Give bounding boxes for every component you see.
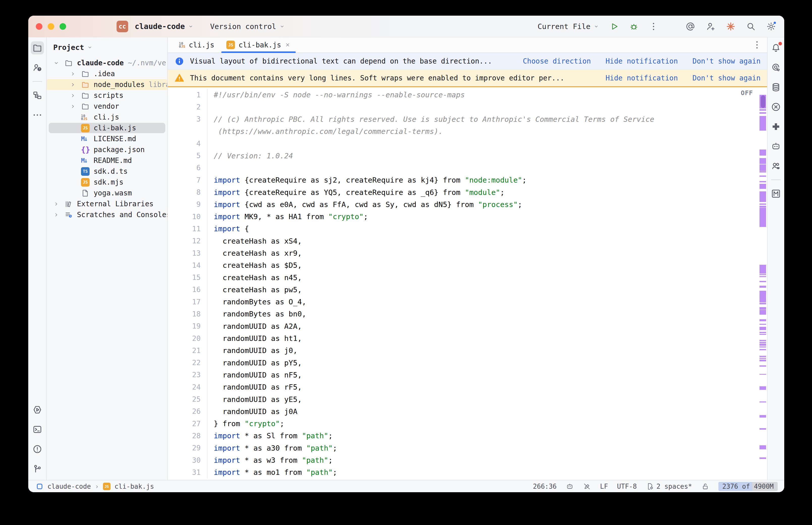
breadcrumb-file[interactable]: cli-bak.js [115,483,154,490]
ai-chat-tool-button[interactable] [769,61,782,74]
tree-item-cli-js[interactable]: 100JScli.js [47,112,167,122]
close-tab-icon[interactable] [285,42,291,48]
tree-item-cli-bak-js[interactable]: JScli-bak.js [47,122,167,133]
notifications-button[interactable] [769,41,782,55]
tree-item-scripts[interactable]: scripts [47,90,167,101]
tree-item-claude-code[interactable]: claude-code~/.nvm/vers [47,58,167,68]
chevron-right-icon[interactable] [70,81,81,89]
database-tool-button[interactable] [769,81,782,94]
search-everywhere-button[interactable] [745,21,756,32]
banner-link-choose-direction[interactable]: Choose direction [523,57,591,65]
tree-item-vendor[interactable]: vendor [47,101,167,112]
copilot-tool-button[interactable] [769,140,782,153]
banner-link-hide-notification[interactable]: Hide notification [606,57,678,65]
tree-item-license-md[interactable]: M↓LICENSE.md [47,133,167,144]
project-panel-header[interactable]: Project [47,41,167,54]
x-tool-button[interactable] [769,100,782,114]
tree-item-sdk-mjs[interactable]: JSsdk.mjs [47,177,167,188]
file-encoding-widget[interactable]: UTF-8 [617,483,637,490]
line-number: 29 [168,444,201,452]
tree-item--idea[interactable]: .idea [47,68,167,79]
tab-cli-bak-js[interactable]: JScli-bak.js [220,37,297,52]
code-with-me-button[interactable] [705,21,716,32]
memory-indicator-widget[interactable]: 2376 of 4900M [718,482,778,491]
problems-tool-button[interactable] [31,442,44,456]
tab-cli-js[interactable]: 100JScli.js [173,37,220,52]
m-tool-button[interactable] [769,187,782,200]
ai-assistant-button[interactable] [685,21,696,32]
terminal-tool-button[interactable] [31,423,44,436]
folder-icon [81,102,90,111]
chevron-down-icon[interactable] [53,59,64,67]
tree-item-scratches-and-consoles[interactable]: Scratches and Consoles [47,209,167,220]
code-line-text: import {createRequire as sj2, createRequ… [207,174,755,186]
caret-position-widget[interactable]: 266:36 [533,483,557,490]
tree-item-sdk-d-ts[interactable]: TSsdk.d.ts [47,166,167,177]
run-configuration-widget[interactable]: Current File [537,22,599,31]
code-line: 8import {createRequire as YQ5, createReq… [168,186,755,198]
zoom-window-button[interactable] [60,23,66,30]
code-line-text: randomBytes as bn0, [207,308,755,320]
scratches-icon [64,211,73,219]
more-tool-windows-button[interactable] [31,108,44,122]
editor[interactable]: 1#!/usr/bin/env -S node --no-warnings --… [168,87,767,480]
inspections-widget[interactable]: OFF [741,89,753,96]
chevron-right-icon[interactable] [53,200,64,208]
editor-content[interactable]: 1#!/usr/bin/env -S node --no-warnings --… [168,89,755,480]
scrollbar-thumb[interactable] [761,95,765,108]
analysis-stripe-mark [759,428,766,430]
structure-tool-button[interactable] [31,89,44,102]
code-line-text: import * as Sl from "path"; [207,430,755,442]
tree-item-package-json[interactable]: {}package.json [47,144,167,155]
line-number: 9 [168,200,201,209]
editor-scrollbar[interactable] [759,87,767,480]
tree-item-external-libraries[interactable]: External Libraries [47,198,167,209]
breadcrumb-project[interactable]: claude-code [47,483,91,490]
ai-robot-widget[interactable] [566,482,574,491]
settings-button[interactable] [766,21,777,32]
title-bar: cc claude-code Version control Current F… [28,16,784,37]
highlighting-off-widget[interactable] [583,482,591,491]
project-widget[interactable]: claude-code [135,22,185,31]
pen-crossed-icon [583,482,591,491]
tree-item-node-modules[interactable]: node_moduleslibrary [47,79,167,90]
analysis-stripe-mark [759,204,766,205]
line-separator-widget[interactable]: LF [600,483,608,490]
run-button[interactable] [609,21,620,32]
debug-button[interactable] [628,21,639,32]
chevron-right-icon[interactable] [70,70,81,78]
project-tool-button[interactable] [31,41,44,55]
analysis-stripe-mark [759,324,766,325]
banner-link-don-t-show-again[interactable]: Don't show again [692,74,761,82]
tab-options-button[interactable] [751,39,763,50]
file-lock-widget[interactable] [701,482,709,491]
version-control-tool-button[interactable] [31,462,44,475]
tree-indent [70,114,81,121]
tree-item-suffix: ~/.nvm/vers [128,59,167,67]
folder-icon [32,43,43,53]
chevron-right-icon[interactable] [70,92,81,99]
chevron-right-icon[interactable] [53,211,64,219]
services-tool-button[interactable] [31,403,44,416]
status-bar-widgets: 266:36LFUTF-82 spaces*2376 of 4900M [533,482,778,491]
plugins-tool-button[interactable] [769,120,782,133]
close-window-button[interactable] [36,23,42,30]
analysis-stripe-mark [759,332,766,333]
analysis-stripe-mark [759,334,766,335]
analysis-stripe-mark [759,346,766,347]
code-with-me-chat-button[interactable] [769,159,782,172]
claude-button[interactable] [725,21,736,32]
indent-style-widget[interactable]: 2 spaces* [646,482,692,491]
tree-item-yoga-wasm[interactable]: yoga.wasm [47,188,167,198]
analysis-stripe-mark [759,191,766,202]
chevron-right-icon[interactable] [70,103,81,110]
more-actions-button[interactable] [648,21,659,32]
tree-item-label: sdk.d.ts [94,167,128,176]
banner-link-don-t-show-again[interactable]: Don't show again [692,57,761,65]
vcs-help-tool-button[interactable]: ? [31,61,44,74]
project-panel-title: Project [53,43,84,52]
banner-link-hide-notification[interactable]: Hide notification [606,74,678,82]
vcs-widget[interactable]: Version control [210,22,276,31]
tree-item-readme-md[interactable]: M↓README.md [47,155,167,166]
minimize-window-button[interactable] [48,23,54,30]
